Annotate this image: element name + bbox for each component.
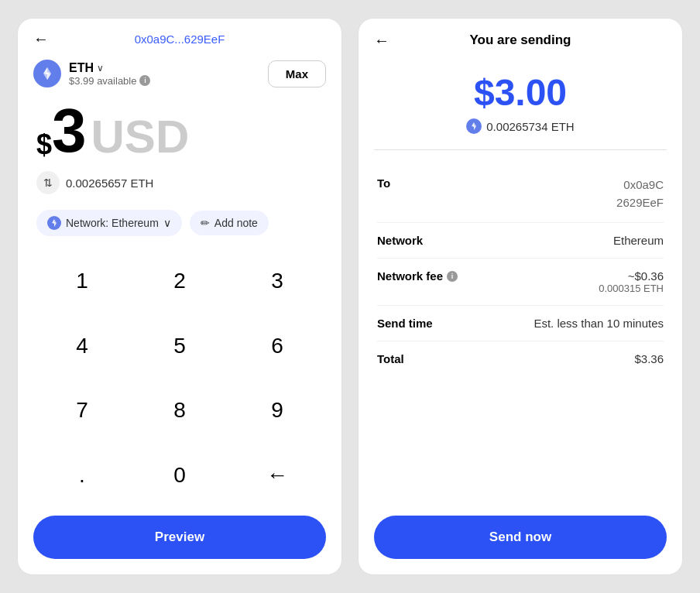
token-chevron-icon: ∨ — [97, 63, 104, 74]
key-3[interactable]: 3 — [228, 249, 326, 314]
to-label: To — [377, 177, 390, 190]
pencil-icon: ✏ — [201, 217, 210, 229]
max-button[interactable]: Max — [268, 60, 326, 87]
eth-logo-icon — [33, 60, 61, 87]
preview-button[interactable]: Preview — [33, 516, 326, 559]
right-panel: ← You are sending $3.00 0.00265734 ETH T… — [358, 18, 683, 575]
to-address: 0x0a9C 2629EeF — [616, 177, 664, 211]
svg-marker-3 — [47, 74, 51, 80]
key-backspace[interactable]: ← — [228, 443, 326, 508]
back-button-left[interactable]: ← — [33, 30, 49, 48]
back-button-right[interactable]: ← — [374, 32, 389, 50]
detail-section: To 0x0a9C 2629EeF Network Ethereum Netwo… — [359, 150, 682, 392]
currency-label: USD — [91, 114, 190, 160]
send-now-button[interactable]: Send now — [374, 516, 667, 559]
to-address-line1: 0x0a9C — [616, 177, 664, 194]
total-value: $3.36 — [634, 352, 664, 365]
total-label: Total — [377, 352, 404, 365]
to-address-line2: 2629EeF — [616, 194, 664, 212]
wallet-address: 0x0a9C...629EeF — [135, 33, 225, 46]
send-time-row: Send time Est. less than 10 minutes — [377, 306, 664, 341]
fee-eth: 0.000315 ETH — [599, 283, 664, 294]
key-7[interactable]: 7 — [33, 379, 131, 444]
fee-usd: ~$0.36 — [599, 269, 664, 283]
token-details: ETH ∨ $3.99 available i — [69, 61, 150, 87]
key-6[interactable]: 6 — [228, 314, 326, 379]
dollar-sign: $ — [36, 131, 52, 159]
send-time-label: Send time — [377, 317, 433, 330]
eth-equivalent: ⇅ 0.00265657 ETH — [18, 166, 341, 205]
key-8[interactable]: 8 — [131, 379, 228, 444]
amount-display: $ 3 USD — [18, 92, 341, 166]
keypad: 1 2 3 4 5 6 7 8 9 . 0 ← — [18, 249, 341, 508]
network-label: Network: Ethereum — [66, 217, 159, 229]
network-button[interactable]: Network: Ethereum ∨ — [36, 210, 182, 236]
network-eth-icon — [47, 216, 61, 230]
network-chevron-icon: ∨ — [163, 217, 171, 229]
fee-label: Network fee i — [377, 269, 458, 283]
left-panel: ← 0x0a9C...629EeF ETH — [17, 18, 342, 575]
left-header: ← 0x0a9C...629EeF — [18, 19, 341, 53]
you-sending-title: You are sending — [470, 33, 571, 48]
svg-marker-7 — [54, 223, 57, 227]
fee-value: ~$0.36 0.000315 ETH — [599, 269, 664, 294]
svg-marker-2 — [43, 74, 47, 80]
key-1[interactable]: 1 — [33, 249, 131, 314]
available-text: $3.99 available i — [69, 75, 150, 87]
token-name-row: ETH ∨ — [69, 61, 150, 75]
network-detail-value: Ethereum — [613, 234, 664, 247]
token-info[interactable]: ETH ∨ $3.99 available i — [33, 60, 150, 87]
fee-row: Network fee i ~$0.36 0.000315 ETH — [377, 259, 664, 306]
send-eth-equiv: 0.00265734 ETH — [359, 118, 682, 149]
key-dot[interactable]: . — [33, 443, 131, 508]
available-info-icon[interactable]: i — [139, 75, 150, 86]
network-detail-label: Network — [377, 234, 423, 247]
send-time-value: Est. less than 10 minutes — [534, 317, 664, 330]
right-header: ← You are sending — [359, 19, 682, 56]
swap-icon[interactable]: ⇅ — [36, 171, 60, 194]
network-row: Network: Ethereum ∨ ✏ Add note — [18, 205, 341, 249]
total-row: Total $3.36 — [377, 341, 664, 376]
svg-marker-11 — [474, 126, 476, 130]
eth-equiv-text: 0.00265657 ETH — [66, 177, 153, 190]
fee-info-icon[interactable]: i — [447, 271, 458, 282]
send-eth-text: 0.00265734 ETH — [486, 120, 574, 133]
amount-number: 3 — [52, 100, 87, 162]
send-eth-icon — [466, 118, 482, 134]
network-detail-row: Network Ethereum — [377, 223, 664, 259]
to-row: To 0x0a9C 2629EeF — [377, 166, 664, 223]
key-9[interactable]: 9 — [228, 379, 326, 444]
key-5[interactable]: 5 — [131, 314, 228, 379]
token-name: ETH — [69, 61, 94, 75]
send-amount-usd: $3.00 — [359, 56, 682, 118]
token-row: ETH ∨ $3.99 available i Max — [18, 53, 341, 92]
key-4[interactable]: 4 — [33, 314, 131, 379]
key-2[interactable]: 2 — [131, 249, 228, 314]
add-note-button[interactable]: ✏ Add note — [190, 211, 269, 235]
add-note-label: Add note — [214, 217, 258, 229]
key-0[interactable]: 0 — [131, 443, 228, 508]
